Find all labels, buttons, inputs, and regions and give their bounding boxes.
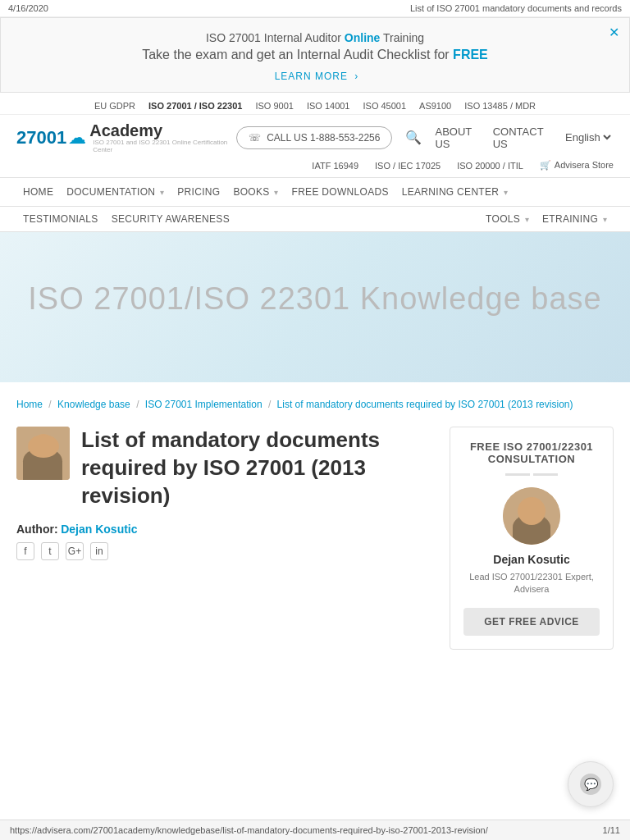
nav-iso20000[interactable]: ISO 20000 / ITIL	[457, 161, 523, 171]
about-us-link[interactable]: ABOUT US	[435, 126, 479, 150]
banner-subtitle: Take the exam and get an Internal Audit …	[17, 48, 613, 62]
nav-learning-center[interactable]: LEARNING CENTER ▾	[395, 178, 514, 206]
banner-online: Online	[345, 31, 381, 44]
nav-as9100[interactable]: AS9100	[419, 101, 451, 111]
logo-number: 27001	[16, 127, 66, 148]
article-header: List of mandatory documents required by …	[16, 427, 433, 509]
author-line: Author: Dejan Kosutic	[16, 523, 433, 536]
nav-testimonials[interactable]: TESTIMONIALS	[16, 207, 105, 231]
nav-iso45001[interactable]: ISO 45001	[363, 101, 406, 111]
google-plus-icon[interactable]: G+	[66, 542, 84, 560]
advisera-store-link[interactable]: 🛒Advisera Store	[540, 160, 614, 171]
breadcrumb-knowledge-base[interactable]: Knowledge base	[57, 399, 130, 410]
divider	[463, 473, 600, 476]
dropdown-arrow: ▾	[274, 188, 278, 197]
nav-eu-gdpr[interactable]: EU GDPR	[94, 101, 135, 111]
article-title: List of mandatory documents required by …	[81, 427, 433, 509]
nav-iso9001[interactable]: ISO 9001	[255, 101, 293, 111]
nav-books[interactable]: BOOKS ▾	[226, 178, 285, 206]
dropdown-arrow: ▾	[504, 188, 508, 197]
facebook-icon[interactable]: f	[16, 542, 34, 560]
nav-documentation[interactable]: DOCUMENTATION ▾	[60, 178, 171, 206]
logo-subtext: ISO 27001 and ISO 22301 Online Certifica…	[93, 139, 236, 153]
logo-cloud-icon: ☁	[68, 127, 86, 148]
top-nav: EU GDPR ISO 27001 / ISO 22301 ISO 9001 I…	[0, 93, 630, 115]
logo-row: 27001 ☁ Academy ISO 27001 and ISO 22301 …	[0, 115, 630, 160]
hero-title: ISO 27001/ISO 22301 Knowledge base	[16, 281, 614, 317]
breadcrumb-home[interactable]: Home	[16, 399, 43, 410]
arrow-icon: ›	[351, 71, 358, 82]
author-label: Author:	[16, 523, 58, 536]
nav-iatf[interactable]: IATF 16949	[312, 161, 358, 171]
nav-security-awareness[interactable]: SECURITY AWARENESS	[105, 207, 236, 231]
banner-free: FREE	[453, 48, 488, 62]
phone-icon: ☏	[249, 132, 261, 144]
expert-title: Lead ISO 27001/22301 Expert, Advisera	[463, 571, 600, 596]
logo[interactable]: 27001 ☁ Academy ISO 27001 and ISO 22301 …	[16, 121, 236, 153]
content-area: List of mandatory documents required by …	[0, 418, 630, 666]
author-image	[16, 427, 70, 480]
nav-pricing[interactable]: PRICING	[171, 178, 226, 206]
utility-nav: ☏ CALL US 1-888-553-2256 🔍 ABOUT US CONT…	[236, 126, 614, 150]
call-button[interactable]: ☏ CALL US 1-888-553-2256	[236, 126, 393, 149]
second-nav-row: IATF 16949 ISO / IEC 17025 ISO 20000 / I…	[0, 160, 630, 177]
close-icon[interactable]: ✕	[609, 25, 619, 40]
nav-etraining[interactable]: eTRAINING ▾	[536, 207, 614, 231]
language-select[interactable]: English	[562, 130, 614, 144]
date-display: 4/16/2020	[8, 3, 48, 13]
linkedin-icon[interactable]: in	[90, 542, 108, 560]
nav-tools[interactable]: TOOLS ▾	[479, 207, 536, 231]
breadcrumb: Home / Knowledge base / ISO 27001 Implem…	[0, 382, 630, 418]
main-nav-2: TESTIMONIALS SECURITY AWARENESS TOOLS ▾ …	[0, 207, 630, 232]
expert-name: Dejan Kosutic	[463, 553, 600, 566]
call-label: CALL US 1-888-553-2256	[267, 132, 380, 144]
nav-iso27001[interactable]: ISO 27001 / ISO 22301	[148, 101, 242, 111]
promo-banner: ✕ ISO 27001 Internal Auditor Online Trai…	[0, 17, 630, 93]
article-title-block: List of mandatory documents required by …	[81, 427, 433, 509]
logo-text: Academy	[89, 121, 162, 139]
main-content: List of mandatory documents required by …	[16, 427, 433, 650]
hero-section: ISO 27001/ISO 22301 Knowledge base	[0, 232, 630, 382]
breadcrumb-current-page[interactable]: List of mandatory documents required by …	[277, 399, 573, 410]
consultation-card: FREE ISO 27001/22301 CONSULTATION Dejan …	[450, 427, 614, 650]
twitter-icon[interactable]: t	[41, 542, 59, 560]
cart-icon: 🛒	[540, 160, 551, 170]
nav-home[interactable]: HOME	[16, 178, 60, 206]
nav-iec17025[interactable]: ISO / IEC 17025	[375, 161, 441, 171]
learn-more-link[interactable]: LEARN MORE ›	[272, 71, 359, 82]
page-title-bar: List of ISO 27001 mandatory documents an…	[410, 3, 622, 13]
dropdown-arrow: ▾	[603, 215, 607, 224]
nav-iso13485[interactable]: ISO 13485 / MDR	[464, 101, 536, 111]
dropdown-arrow: ▾	[160, 188, 164, 197]
search-icon[interactable]: 🔍	[405, 130, 422, 145]
expert-image	[503, 487, 560, 545]
author-name[interactable]: Dejan Kosutic	[61, 523, 137, 536]
breadcrumb-iso27001-impl[interactable]: ISO 27001 Implementation	[145, 399, 262, 410]
sidebar: FREE ISO 27001/22301 CONSULTATION Dejan …	[450, 427, 614, 650]
banner-title: ISO 27001 Internal Auditor Online Traini…	[17, 31, 613, 44]
dropdown-arrow: ▾	[525, 215, 529, 224]
nav-iso14001[interactable]: ISO 14001	[307, 101, 350, 111]
social-icons: f t G+ in	[16, 542, 433, 560]
contact-us-link[interactable]: CONTACT US	[493, 126, 549, 150]
get-advice-button[interactable]: GET FREE ADVICE	[463, 608, 600, 636]
nav-free-downloads[interactable]: FREE DOWNLOADS	[285, 178, 395, 206]
consultation-title: FREE ISO 27001/22301 CONSULTATION	[463, 441, 600, 465]
main-nav: HOME DOCUMENTATION ▾ PRICING BOOKS ▾ FRE…	[0, 177, 630, 207]
